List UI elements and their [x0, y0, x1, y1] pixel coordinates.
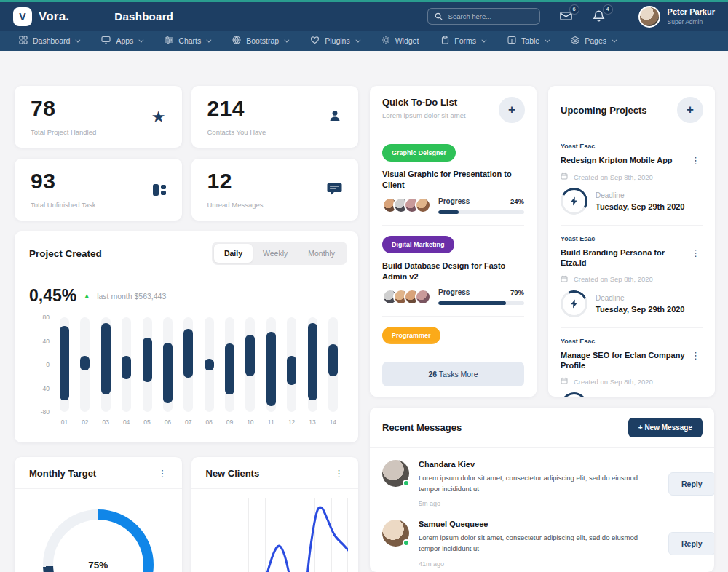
project-title: Build Branding Persona for Etza.id	[561, 247, 688, 269]
nav-item-forms[interactable]: Forms	[441, 36, 485, 46]
globe-icon	[232, 36, 241, 46]
monthly-target-title: Monthly Target	[29, 468, 96, 479]
deadline-date: Tuesday, Sep 29th 2020	[596, 202, 684, 211]
stat-label: Contacts You Have	[207, 128, 266, 136]
add-task-button[interactable]: +	[499, 97, 525, 123]
kebab-menu-icon[interactable]: ⋮	[688, 155, 703, 166]
message-time: 41m ago	[419, 560, 659, 568]
kebab-menu-icon[interactable]: ⋮	[155, 468, 170, 479]
upcoming-project: Yoast Esac Manage SEO for Eclan Company …	[561, 338, 703, 397]
chat-icon	[327, 182, 342, 199]
project-created-date: Created on Sep 8th, 2020	[574, 173, 653, 181]
task-avatars	[382, 289, 431, 305]
brand-logo[interactable]: V	[13, 7, 32, 26]
nav-item-apps[interactable]: Apps	[101, 36, 142, 46]
user-role: Super Admin	[668, 18, 715, 25]
nav-item-bootstrap[interactable]: Bootstrap	[232, 36, 288, 46]
notifications-bell-icon[interactable]: 4	[593, 9, 607, 24]
messages-title: Recent Messages	[382, 422, 462, 433]
chevron-down-icon	[545, 37, 550, 42]
main-navigation: Dashboard Apps Charts Bootstrap Plugins …	[0, 31, 728, 51]
nav-item-pages[interactable]: Pages	[571, 36, 615, 46]
add-project-button[interactable]: +	[677, 97, 703, 123]
upcoming-title: Upcoming Projects	[561, 105, 646, 116]
tab-weekly[interactable]: Weekly	[253, 244, 298, 263]
monthly-target-card: Monthly Target ⋮ 75%	[15, 457, 182, 572]
stat-label: Total Unfinished Task	[31, 201, 96, 209]
nav-item-table[interactable]: Table	[507, 36, 548, 46]
avatar	[382, 520, 409, 547]
kebab-menu-icon[interactable]: ⋮	[688, 247, 703, 258]
new-message-button[interactable]: + New Message	[628, 418, 703, 437]
new-clients-card: New Clients ⋮	[191, 457, 359, 572]
reply-button[interactable]: Reply	[668, 532, 714, 555]
deadline-bolt-icon	[561, 188, 587, 215]
header-divider	[625, 7, 625, 26]
layers-icon	[571, 36, 579, 46]
tab-monthly[interactable]: Monthly	[298, 244, 345, 263]
clipboard-icon	[441, 36, 449, 46]
project-client: Yoast Esac	[561, 338, 703, 345]
nav-item-dashboard[interactable]: Dashboard	[19, 36, 79, 46]
project-client: Yoast Esac	[561, 235, 703, 242]
project-title: Redesign Kripton Mobile App	[561, 155, 688, 165]
avatar	[382, 460, 409, 487]
deadline-label: Deadline	[596, 396, 684, 397]
kebab-menu-icon[interactable]: ⋮	[331, 468, 347, 479]
dashboard-page: V Vora. Dashboard 6 4 Peter Parkur S	[0, 0, 728, 572]
reply-button[interactable]: Reply	[668, 472, 714, 496]
kebab-menu-icon[interactable]: ⋮	[688, 350, 703, 361]
tab-daily[interactable]: Daily	[214, 244, 253, 263]
nav-item-widget[interactable]: Widget	[381, 36, 419, 46]
search-icon	[435, 10, 443, 23]
todo-task: Digital Marketing Build Database Design …	[382, 236, 524, 306]
todo-subtitle: Lorem ipsum dolor sit amet	[382, 111, 466, 119]
task-title: Build Database Design for Fasto Admin v2	[382, 261, 524, 282]
upcoming-project: Yoast Esac Redesign Kripton Mobile App ⋮…	[561, 143, 703, 215]
calendar-icon	[561, 377, 568, 386]
project-created-card: Project Created Daily Weekly Monthly 0,4…	[15, 231, 358, 442]
project-title: Manage SEO for Eclan Company Profile	[561, 350, 688, 371]
avatar	[415, 197, 431, 213]
stat-label: Total Project Handled	[31, 128, 96, 136]
trend-up-icon: ▲	[83, 292, 90, 300]
brand-name: Vora.	[39, 9, 69, 24]
progress-percent: 24%	[510, 197, 524, 205]
stat-value: 214	[207, 96, 266, 121]
online-status-dot	[403, 480, 410, 487]
deadline-bolt-icon	[561, 290, 587, 317]
task-category-badge: Programmer	[382, 327, 440, 344]
nav-item-charts[interactable]: Charts	[165, 36, 210, 46]
chevron-down-icon	[285, 37, 290, 42]
message-item: Chandara Kiev Lorem ipsum dolor sit amet…	[370, 448, 714, 507]
quick-todo-card: Quick To-Do List Lorem ipsum dolor sit a…	[370, 86, 537, 397]
user-profile[interactable]: Peter Parkur Super Admin	[638, 6, 715, 28]
recent-messages-card: Recent Messages + New Message Chandara K…	[370, 408, 714, 572]
grid-icon	[19, 36, 28, 46]
person-icon	[328, 108, 342, 126]
gear-icon	[381, 36, 390, 46]
message-sender: Samuel Quequeee	[419, 520, 659, 528]
message-time: 5m ago	[419, 500, 659, 507]
message-item	[370, 568, 714, 572]
stat-card-unread: 12 Unread Messages	[191, 159, 359, 221]
bar-chart-x-axis: 0102030405060708091011121314	[54, 418, 344, 426]
nav-item-plugins[interactable]: Plugins	[310, 36, 358, 46]
deadline-label: Deadline	[596, 191, 684, 199]
deadline-bolt-icon	[561, 392, 587, 397]
tasks-more-button[interactable]: 26 Tasks More	[382, 362, 524, 386]
chevron-down-icon	[139, 37, 144, 42]
search-input[interactable]	[448, 12, 533, 20]
user-avatar[interactable]	[638, 6, 660, 28]
search-box[interactable]	[427, 8, 540, 25]
messages-icon[interactable]: 6	[559, 9, 574, 24]
project-created-bar-chart: 80400-40-80 0102030405060708091011121314	[29, 317, 344, 426]
layout-icon	[153, 184, 166, 196]
task-category-badge: Graphic Deisgner	[382, 144, 456, 162]
project-created-date: Created on Sep 8th, 2020	[574, 378, 653, 386]
stat-value: 12	[207, 169, 264, 194]
project-client: Yoast Esac	[561, 143, 703, 150]
plus-icon: +	[508, 103, 515, 117]
user-name: Peter Parkur	[668, 7, 715, 17]
notifications-badge: 4	[603, 4, 613, 15]
